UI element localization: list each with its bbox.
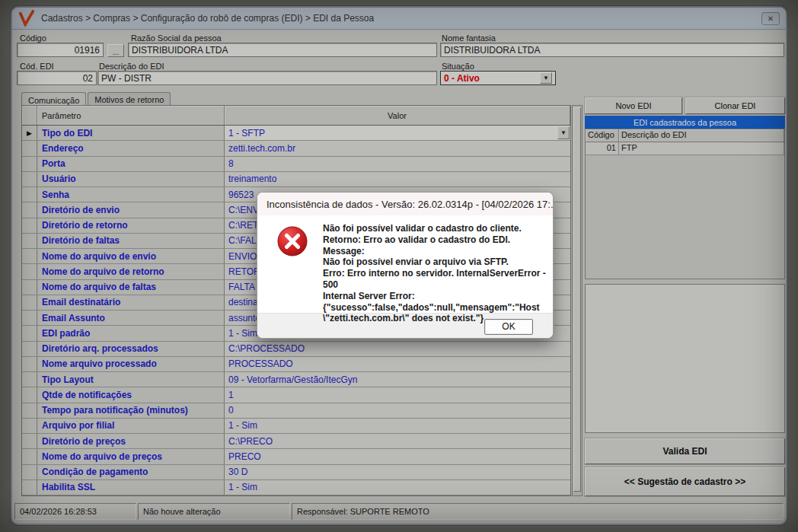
dropdown-button[interactable]: ▼ xyxy=(557,126,570,139)
novo-edi-button[interactable]: Novo EDI xyxy=(585,97,682,114)
dialog-body: Não foi possível validar o cadastro do c… xyxy=(257,215,553,313)
param-value-text: 1 - Sim xyxy=(228,482,257,492)
valida-edi-button[interactable]: Valida EDI xyxy=(585,438,785,464)
param-value[interactable]: 1 xyxy=(225,387,570,402)
row-marker xyxy=(22,372,37,387)
table-row[interactable]: Diretório arq. processadosC:\PROCESSADO xyxy=(22,342,570,357)
param-name: Email destinatário xyxy=(37,295,225,310)
param-name: Senha xyxy=(37,187,225,202)
param-name: Email Assunto xyxy=(37,311,225,325)
row-marker xyxy=(22,249,37,263)
cod-edi-field[interactable]: 02 xyxy=(17,71,97,85)
table-row[interactable]: Tempo para notificação (minutos)0 xyxy=(22,403,570,419)
tab-motivos-de-retorno[interactable]: Motivos de retorno xyxy=(88,92,171,106)
param-value-text: PROCESSADO xyxy=(228,358,293,369)
param-value-text: C:\FAL xyxy=(228,235,257,246)
param-value[interactable]: treinamento xyxy=(225,172,570,186)
descricao-edi-field[interactable]: PW - DISTR xyxy=(97,71,437,85)
param-name: Porta xyxy=(37,157,225,171)
edi-list-item[interactable]: 01FTP xyxy=(586,142,784,155)
param-value[interactable]: C:\PRECO xyxy=(225,434,570,448)
table-row[interactable]: Arquivo por filial1 - Sim xyxy=(22,419,570,434)
param-value[interactable]: 1 - Sim xyxy=(225,480,570,495)
row-marker xyxy=(22,157,37,171)
value-column-header: Valor xyxy=(225,106,570,125)
error-dialog: Inconsistência de dados - Versão: 26.02.… xyxy=(257,192,554,339)
param-value[interactable]: 0 xyxy=(225,403,570,418)
table-row[interactable]: Habilita SSL1 - Sim xyxy=(22,480,570,495)
param-value[interactable]: C:\PROCESSADO xyxy=(225,342,570,356)
parameter-table-header: Parâmetro Valor xyxy=(22,106,570,126)
row-marker xyxy=(22,264,37,279)
table-row[interactable]: Usuáriotreinamento xyxy=(22,172,570,187)
param-value-text: PRECO xyxy=(228,451,261,462)
dialog-title: Inconsistência de dados - Versão: 26.02.… xyxy=(267,199,553,210)
param-value-text: C:\PROCESSADO xyxy=(228,343,305,354)
razao-social-field[interactable]: DISTRIBUIDORA LTDA xyxy=(128,43,437,57)
edi-list-header: Código Descrição do EDI xyxy=(586,129,784,142)
row-marker xyxy=(22,311,37,325)
row-marker xyxy=(22,326,37,340)
table-row[interactable]: Nome do arquivo de preçosPRECO xyxy=(22,449,570,464)
param-name: Tempo para notificação (minutos) xyxy=(37,403,225,418)
codigo-field[interactable]: 01916 xyxy=(17,43,104,57)
param-value-text: 09 - Vetorfarma/Gestão/ItecGyn xyxy=(228,374,357,385)
error-icon xyxy=(277,226,308,256)
table-row[interactable]: Qtde de notificações1 xyxy=(22,387,570,403)
razao-social-label: Razão Social da pessoa xyxy=(131,33,222,43)
param-name: Arquivo por filial xyxy=(37,419,225,433)
edi-codigo-header: Código xyxy=(586,129,619,142)
table-row[interactable]: Tipo Layout09 - Vetorfarma/Gestão/ItecGy… xyxy=(22,372,570,387)
table-row[interactable]: Porta8 xyxy=(22,157,570,172)
param-value[interactable]: 1 - SFTP▼ xyxy=(225,126,570,140)
table-row[interactable]: ▶Tipo do EDI1 - SFTP▼ xyxy=(22,126,570,141)
situacao-select[interactable]: 0 - Ativo ▼ xyxy=(440,71,556,85)
row-marker-header xyxy=(22,106,37,125)
param-name: Nome arquivo processado xyxy=(37,357,225,371)
title-bar: Cadastros > Compras > Configuração do ro… xyxy=(12,8,786,30)
row-marker xyxy=(22,187,37,202)
param-name: Tipo do EDI xyxy=(37,126,225,140)
descricao-edi-label: Descrição do EDI xyxy=(99,62,164,71)
scrollbar-thumb[interactable] xyxy=(573,107,581,492)
param-value-text: 96523 xyxy=(228,190,254,200)
dialog-message: Não foi possível validar o cadastro do c… xyxy=(323,223,548,324)
row-marker xyxy=(22,218,37,233)
param-value-text: 0 xyxy=(228,405,234,416)
table-row[interactable]: Diretório de preçosC:\PRECO xyxy=(22,434,570,449)
table-row[interactable]: Nome arquivo processadoPROCESSADO xyxy=(22,357,570,372)
param-value[interactable]: 09 - Vetorfarma/Gestão/ItecGyn xyxy=(225,372,570,387)
param-name: Diretório de retorno xyxy=(37,218,225,233)
row-marker xyxy=(22,449,37,464)
param-value[interactable]: 30 D xyxy=(225,465,570,479)
param-value[interactable]: 8 xyxy=(225,157,570,171)
row-marker xyxy=(22,280,37,295)
param-value-text: C:\RET xyxy=(228,220,258,231)
param-value[interactable]: PRECO xyxy=(225,449,570,464)
chevron-down-icon[interactable]: ▼ xyxy=(540,72,552,84)
window-close-button[interactable]: ✕ xyxy=(761,12,780,25)
clonar-edi-button[interactable]: Clonar EDI xyxy=(685,97,785,114)
sugestao-cadastro-button[interactable]: << Sugestão de cadastro >> xyxy=(585,467,785,496)
param-name: Diretório de envio xyxy=(37,202,225,217)
table-scrollbar[interactable] xyxy=(572,105,583,496)
table-row[interactable]: Condição de pagamento30 D xyxy=(22,465,570,480)
situacao-label: Situação xyxy=(442,62,474,71)
param-name: Diretório arq. processados xyxy=(37,342,225,356)
situacao-value: 0 - Ativo xyxy=(444,73,480,84)
nome-fantasia-field[interactable]: DISTRIBUIDORA LTDA xyxy=(440,43,784,57)
table-row[interactable]: Endereçozetti.tech.com.br xyxy=(22,141,570,156)
row-marker xyxy=(22,357,37,371)
param-value[interactable]: zetti.tech.com.br xyxy=(225,141,570,155)
browse-button[interactable]: ... xyxy=(107,44,124,57)
status-datetime: 04/02/2026 16:28:53 xyxy=(14,503,136,520)
param-value[interactable]: 1 - Sim xyxy=(225,419,570,433)
param-value[interactable]: PROCESSADO xyxy=(225,357,570,371)
row-marker xyxy=(22,202,37,217)
row-marker xyxy=(22,387,37,402)
param-value-text: 1 - SFTP xyxy=(228,128,265,139)
edi-codigo-cell: 01 xyxy=(586,142,619,155)
param-value-text: 1 - Sim xyxy=(228,328,257,339)
param-column-header: Parâmetro xyxy=(37,106,225,125)
param-name: Usuário xyxy=(37,172,225,186)
